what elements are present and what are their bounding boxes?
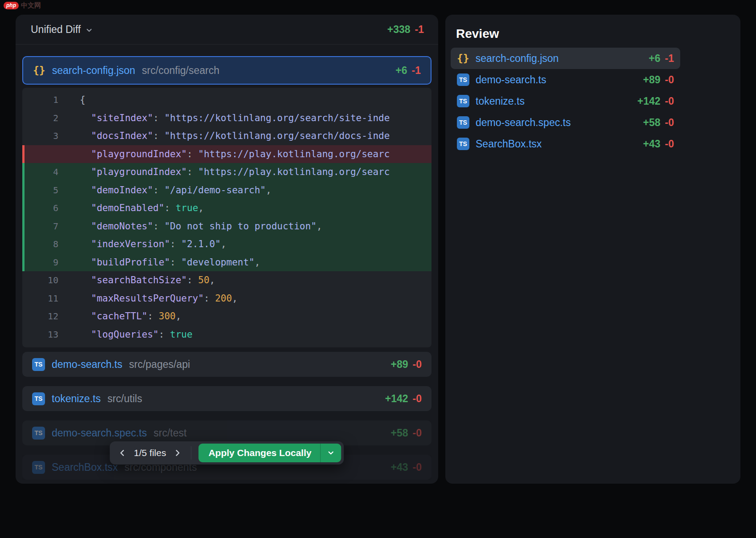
code-token: , xyxy=(255,257,260,268)
review-item-SearchBox.tsx[interactable]: TSSearchBox.tsx+43-0 xyxy=(451,133,680,155)
code-token: "playgroundIndex" xyxy=(91,167,187,177)
code-token: , xyxy=(316,221,322,232)
file-path: src/utils xyxy=(107,393,142,405)
code-token: "https://kotlinlang.org/search/site-inde xyxy=(164,113,390,123)
code-token: , xyxy=(232,293,238,304)
code-token: : xyxy=(159,329,170,340)
code-token: "searchBatchSize" xyxy=(91,275,187,285)
code-text: { xyxy=(58,94,86,105)
code-text: "maxResultsPerQuery": 200, xyxy=(58,293,238,304)
pager-divider xyxy=(191,446,192,460)
file-removed: -0 xyxy=(665,95,674,107)
php-logo-icon: php xyxy=(4,2,19,9)
code-text: "playgroundIndex": "https://play.kotlinl… xyxy=(58,149,390,159)
total-diff-counts: +338 -1 xyxy=(387,24,424,36)
ts-file-icon: TS xyxy=(32,358,45,371)
code-token: "cacheTTL" xyxy=(91,311,147,322)
ts-file-icon: TS xyxy=(457,73,469,86)
code-token: : xyxy=(164,203,176,213)
total-added: +338 xyxy=(387,24,411,36)
apply-changes-button[interactable]: Apply Changes Locally xyxy=(199,444,341,462)
apply-options-toggle[interactable] xyxy=(321,444,341,462)
next-file-button[interactable] xyxy=(170,445,186,461)
code-token: "/api/demo-search" xyxy=(164,185,266,196)
code-token xyxy=(80,257,91,268)
ts-file-icon: TS xyxy=(457,138,469,150)
file-name: demo-search.spec.ts xyxy=(476,117,571,129)
code-token: "development" xyxy=(181,257,255,268)
ts-file-icon: TS xyxy=(457,116,469,129)
file-removed: -0 xyxy=(665,138,674,150)
file-name: SearchBox.tsx xyxy=(52,461,118,473)
chevron-left-icon xyxy=(118,448,127,457)
file-bar-demo-search.ts[interactable]: TSdemo-search.tssrc/pages/api+89-0 xyxy=(22,352,431,377)
code-token: true xyxy=(170,329,193,340)
prev-file-button[interactable] xyxy=(114,445,130,461)
view-mode-dropdown[interactable]: Unified Diff xyxy=(31,24,93,36)
code-token: 200 xyxy=(215,293,232,304)
diff-header: Unified Diff +338 -1 xyxy=(16,15,438,45)
line-number: 5 xyxy=(25,185,58,196)
line-number: 1 xyxy=(25,94,58,105)
file-name: search-config.json xyxy=(476,53,559,65)
file-name: tokenize.ts xyxy=(52,393,101,405)
code-token: , xyxy=(198,203,204,213)
file-added: +58 xyxy=(643,117,661,129)
file-removed: -1 xyxy=(412,65,421,77)
code-line-ctx: 11 "maxResultsPerQuery": 200, xyxy=(22,289,431,308)
ts-file-icon: TS xyxy=(457,95,469,107)
line-number: 6 xyxy=(25,203,58,213)
code-token: 300 xyxy=(159,311,176,322)
code-line-add: 9 "buildProfile": "development", xyxy=(22,253,431,272)
code-text: "siteIndex": "https://kotlinlang.org/sea… xyxy=(58,113,390,123)
code-token xyxy=(80,293,91,304)
total-removed: -1 xyxy=(415,24,424,36)
code-text: "buildProfile": "development", xyxy=(58,257,260,268)
file-name: demo-search.ts xyxy=(476,74,546,86)
code-token: , xyxy=(221,239,226,249)
code-text: "demoIndex": "/api/demo-search", xyxy=(58,185,271,196)
code-token: : xyxy=(204,293,215,304)
file-removed: -0 xyxy=(413,359,422,371)
file-pager-position: 1/5 files xyxy=(132,448,168,458)
code-text: "demoNotes": "Do not ship to production"… xyxy=(58,221,322,232)
code-line-ctx: 3 "docsIndex": "https://kotlinlang.org/s… xyxy=(22,127,431,145)
line-number: 9 xyxy=(25,257,58,268)
code-token: : xyxy=(153,185,164,196)
code-token: "https://play.kotlinlang.org/searc xyxy=(198,167,390,177)
file-removed: -0 xyxy=(413,427,422,439)
review-item-demo-search.spec.ts[interactable]: TSdemo-search.spec.ts+58-0 xyxy=(451,112,680,133)
file-bar-tokenize.ts[interactable]: TStokenize.tssrc/utils+142-0 xyxy=(22,386,431,411)
review-file-list: {}search-config.json+6-1TSdemo-search.ts… xyxy=(451,48,735,155)
code-token: "2.1.0" xyxy=(181,239,221,249)
file-added: +43 xyxy=(391,461,408,473)
file-diff-counts: +142-0 xyxy=(637,95,674,107)
review-item-search-config.json[interactable]: {}search-config.json+6-1 xyxy=(451,48,680,69)
file-added: +89 xyxy=(643,74,661,86)
code-token: , xyxy=(210,275,215,285)
code-token xyxy=(80,275,91,285)
code-line-del: "playgroundIndex": "https://play.kotlinl… xyxy=(22,145,431,163)
code-token xyxy=(80,113,91,123)
review-title: Review xyxy=(456,26,735,41)
diff-code-block: 1{2 "siteIndex": "https://kotlinlang.org… xyxy=(22,88,431,347)
review-item-tokenize.ts[interactable]: TStokenize.ts+142-0 xyxy=(451,90,680,112)
file-added: +6 xyxy=(395,65,407,77)
chevron-right-icon xyxy=(173,448,182,457)
code-text: "docsIndex": "https://kotlinlang.org/sea… xyxy=(58,130,390,141)
file-removed: -0 xyxy=(413,461,422,473)
code-token: "demoNotes" xyxy=(91,221,153,232)
code-token: "https://play.kotlinlang.org/searc xyxy=(198,149,390,159)
line-number: 2 xyxy=(25,113,58,123)
file-name: search-config.json xyxy=(52,65,136,77)
file-removed: -1 xyxy=(665,53,674,65)
file-card-search-config[interactable]: {} search-config.json src/config/search … xyxy=(22,56,431,85)
file-name: tokenize.ts xyxy=(476,95,525,107)
review-item-demo-search.ts[interactable]: TSdemo-search.ts+89-0 xyxy=(451,69,680,90)
file-diff-counts: +58-0 xyxy=(391,427,422,439)
file-added: +6 xyxy=(649,53,660,65)
review-panel: Review {}search-config.json+6-1TSdemo-se… xyxy=(445,15,740,484)
file-added: +43 xyxy=(643,138,661,150)
ts-file-icon: TS xyxy=(32,461,45,474)
code-token xyxy=(80,203,91,213)
